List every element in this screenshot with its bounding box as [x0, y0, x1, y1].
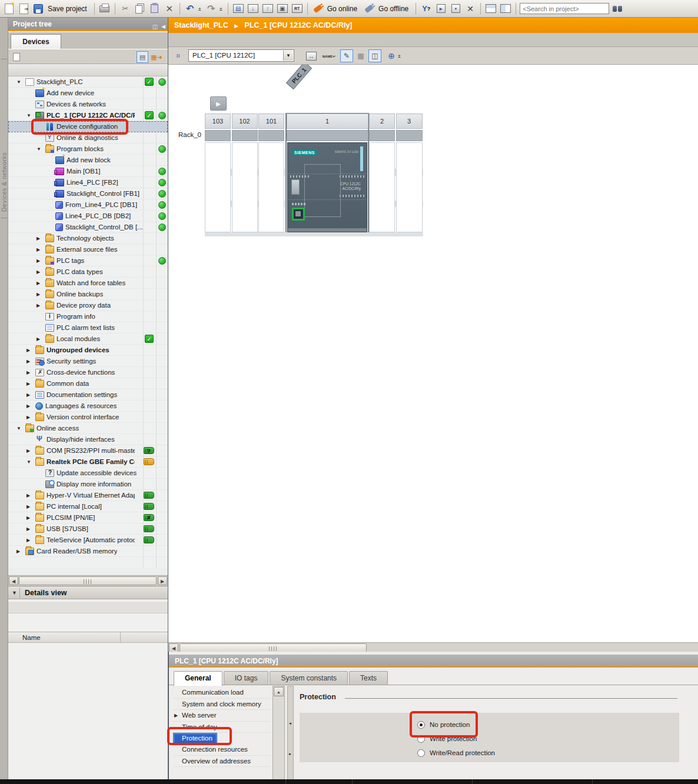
- scroll-left-icon[interactable]: ◀: [9, 576, 18, 585]
- upload-from-device-icon[interactable]: ↑: [261, 2, 274, 15]
- tree-item-online-access[interactable]: ▼Online access: [8, 423, 168, 434]
- edit-labeling-icon[interactable]: ✎: [340, 49, 353, 62]
- inspector-nav-web-server[interactable]: ▶Web server: [173, 710, 271, 722]
- slot-rackrow-101[interactable]: [258, 130, 284, 141]
- collapse-icon[interactable]: ▼: [26, 459, 35, 465]
- go-offline-icon[interactable]: [363, 2, 375, 15]
- slot-rackrow-3[interactable]: [396, 130, 423, 141]
- tree-item-plc-data-types[interactable]: ▶PLC data types: [8, 266, 168, 278]
- undo-icon[interactable]: ↶: [184, 2, 197, 15]
- redo-icon[interactable]: ↷: [205, 2, 218, 15]
- expand-icon[interactable]: ▶: [26, 348, 35, 353]
- open-project-icon[interactable]: [17, 2, 30, 15]
- tree-item-stacklight-control-db[interactable]: Stacklight_Control_DB [...: [8, 222, 168, 233]
- delete-icon[interactable]: ✕: [163, 2, 176, 15]
- split-editor-vertical-icon[interactable]: [499, 2, 512, 15]
- tree-item-device-proxy-data[interactable]: ▶Device proxy data: [8, 300, 168, 311]
- tree-item-add-new-device[interactable]: Add new device: [8, 88, 168, 99]
- canvas-horizontal-scrollbar[interactable]: ◀: [168, 642, 698, 652]
- details-name-column-header[interactable]: Name: [8, 632, 168, 643]
- scroll-up-icon[interactable]: ▲: [274, 687, 284, 696]
- chevron-down-icon[interactable]: ▼: [9, 588, 20, 598]
- expand-icon[interactable]: ▶: [26, 370, 35, 375]
- device-selector-dropdown[interactable]: PLC_1 [CPU 1212C]▼: [188, 49, 294, 62]
- tree-item-hyper-v-virtual-ethernet-adapter[interactable]: ▶Hyper-V Virtual Ethernet Adapter: [8, 490, 168, 501]
- tree-item-online-backups[interactable]: ▶Online backups: [8, 289, 168, 300]
- breadcrumb-device[interactable]: PLC_1 [CPU 1212C AC/DC/Rly]: [245, 21, 353, 29]
- slot-empty-2[interactable]: [369, 142, 395, 232]
- radio-option-no-protection[interactable]: No protection: [417, 719, 470, 730]
- pages-panel-icon[interactable]: ◫: [368, 49, 381, 62]
- cpu-module[interactable]: SIEMENS SIMATIC S7-1200 CPU 1212CAC/DC/R…: [287, 142, 367, 232]
- paste-icon[interactable]: [148, 2, 161, 15]
- expand-icon[interactable]: ▶: [36, 292, 45, 297]
- collapse-panel-icon[interactable]: ◀: [161, 20, 165, 34]
- tab-texts[interactable]: Texts: [349, 671, 388, 685]
- search-input[interactable]: [520, 3, 609, 14]
- expand-icon[interactable]: ▶: [36, 236, 45, 241]
- expand-icon[interactable]: ▶: [26, 359, 35, 364]
- list-view-icon[interactable]: ▤: [137, 51, 148, 63]
- devices-networks-vertical-label[interactable]: Devices & networks: [1, 152, 8, 212]
- plc-name-tag[interactable]: PLC_1: [286, 65, 312, 89]
- zoom-dropdown-icon[interactable]: ±: [398, 53, 403, 59]
- auto-collapse-icon[interactable]: ◫: [152, 20, 158, 34]
- tree-horizontal-scrollbar[interactable]: ◀ ▶: [8, 575, 168, 585]
- scrollbar-thumb[interactable]: [19, 576, 157, 585]
- tree-item-program-info[interactable]: Program info: [8, 311, 168, 322]
- ethernet-port-icon[interactable]: [292, 208, 305, 221]
- slot-header-2[interactable]: 2: [369, 114, 395, 129]
- network-view-icon[interactable]: ⌗: [172, 49, 185, 62]
- tree-item-device-configuration[interactable]: Device configuration: [8, 121, 168, 132]
- tree-item-usb-s7usb[interactable]: ▶USB [S7USB]: [8, 523, 168, 535]
- splitter-right-icon[interactable]: ►: [288, 752, 292, 756]
- inspector-nav-overview-of-addresses[interactable]: Overview of addresses: [173, 756, 271, 768]
- tree-item-update-accessible-devices[interactable]: Update accessible devices: [8, 468, 168, 479]
- slot-header-102[interactable]: 102: [232, 114, 258, 129]
- tree-item-watch-and-force-tables[interactable]: ▶Watch and force tables: [8, 278, 168, 289]
- grid-icon[interactable]: ▦: [354, 49, 367, 62]
- tree-item-common-data[interactable]: ▶Common data: [8, 378, 168, 389]
- rack-expand-icon[interactable]: ▶: [210, 96, 227, 111]
- tree-item-version-control-interface[interactable]: ▶Version control interface: [8, 412, 168, 423]
- expand-icon[interactable]: ▶: [26, 504, 35, 509]
- slot-header-1[interactable]: 1: [287, 114, 368, 129]
- tree-item-card-reader-usb-memory[interactable]: ▶Card Reader/USB memory: [8, 546, 168, 557]
- tree-item-line4-plc-db-db2[interactable]: Line4_PLC_DB [DB2]: [8, 211, 168, 222]
- scrollbar-thumb[interactable]: [180, 643, 367, 652]
- tree-item-ungrouped-devices[interactable]: ▶Ungrouped devices: [8, 345, 168, 356]
- tree-item-security-settings[interactable]: ▶Security settings: [8, 356, 168, 367]
- splitter-left-icon[interactable]: ◄: [288, 722, 292, 725]
- collapse-icon[interactable]: ▼: [16, 426, 25, 431]
- project-search-icon[interactable]: [611, 2, 624, 15]
- copy-icon[interactable]: [134, 2, 147, 15]
- expand-icon[interactable]: ▶: [36, 303, 45, 308]
- sync-project-icon[interactable]: ▦➜: [151, 51, 162, 63]
- go-offline-label[interactable]: Go offline: [378, 5, 408, 13]
- slot-rackrow-103[interactable]: [205, 130, 231, 141]
- radio-unselected-icon[interactable]: [417, 749, 425, 757]
- tab-general[interactable]: General: [174, 671, 222, 686]
- tree-item-teleservice-automatic-protoco[interactable]: ▶TeleService [Automatic protoco...: [8, 535, 168, 546]
- tree-item-from-line4-plc-db1[interactable]: From_Line4_PLC [DB1]: [8, 199, 168, 211]
- rename-icon[interactable]: NAME↵: [323, 49, 335, 62]
- receive-alarms-icon[interactable]: ▪: [449, 2, 462, 15]
- collapse-icon[interactable]: ▼: [26, 113, 35, 118]
- tree-item-display-hide-interfaces[interactable]: Display/hide interfaces: [8, 434, 168, 445]
- tree-item-plc-tags[interactable]: ▶PLC tags: [8, 255, 168, 266]
- slot-header-3[interactable]: 3: [396, 114, 423, 129]
- expand-icon[interactable]: ▶: [26, 392, 35, 398]
- split-editor-horizontal-icon[interactable]: [484, 2, 497, 15]
- collapse-icon[interactable]: ▼: [36, 146, 45, 152]
- save-project-icon[interactable]: [32, 2, 45, 15]
- tree-item-online-diagnostics[interactable]: Online & diagnostics: [8, 132, 168, 144]
- breadcrumb-project[interactable]: Stacklight_PLC: [174, 21, 228, 29]
- close-project-icon[interactable]: ✕: [464, 2, 477, 15]
- tree-item-program-blocks[interactable]: ▼Program blocks: [8, 144, 168, 155]
- collapse-left-icon[interactable]: ◀: [169, 643, 178, 652]
- tree-item-display-more-information[interactable]: Display more information: [8, 479, 168, 490]
- tab-devices[interactable]: Devices: [11, 34, 61, 49]
- expand-icon[interactable]: ▶: [36, 247, 45, 252]
- go-online-icon[interactable]: [311, 2, 324, 15]
- start-cpu-icon[interactable]: ▣: [276, 2, 289, 15]
